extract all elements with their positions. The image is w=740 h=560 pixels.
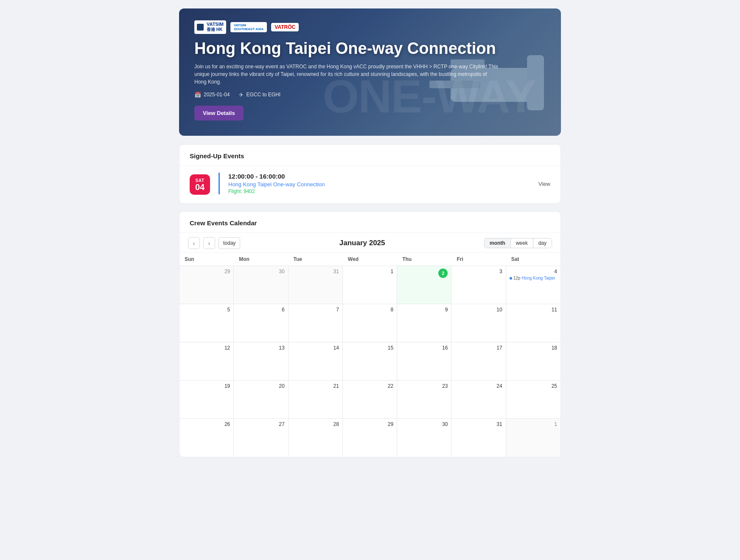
calendar-week-4: 2627282930311 [179,419,561,457]
hero-content: VATSIM香港 HK VATSIMSOUTHEAST ASIA VATRÖC … [179,8,561,136]
cal-cell-3-0[interactable]: 19 [179,381,234,418]
cal-date-num: 12 [183,345,230,351]
cal-cell-4-1[interactable]: 27 [234,419,288,457]
cal-date-num: 9 [401,307,448,313]
cal-date-num: 20 [237,383,284,389]
cal-cell-4-0[interactable]: 26 [179,419,234,457]
calendar-week-1: 567891011 [179,304,561,342]
calendar-week-2: 12131415161718 [179,342,561,381]
calendar-title: January 2025 [244,239,481,247]
cal-date-num: 15 [346,345,393,351]
calendar-view-buttons: month week day [484,238,552,248]
cal-event-dot [510,277,512,280]
cal-cell-4-2[interactable]: 28 [289,419,343,457]
cal-date-num: 29 [346,421,393,427]
cal-cell-0-2[interactable]: 31 [289,266,343,304]
today-date-num: 2 [438,269,448,278]
cal-date-num: 7 [292,307,339,313]
cal-date-num: 5 [183,307,230,313]
calendar-card: Crew Events Calendar ‹ › today January 2… [179,211,561,457]
cal-date-num: 10 [455,307,502,313]
view-details-button[interactable]: View Details [194,106,244,120]
cal-date-num: 23 [401,383,448,389]
cal-cell-1-6[interactable]: 11 [506,304,561,342]
cal-cell-3-1[interactable]: 20 [234,381,288,418]
cal-cell-2-6[interactable]: 18 [506,342,561,380]
event-day-name: Sat [196,178,205,183]
cal-date-num: 22 [346,383,393,389]
cal-cell-2-4[interactable]: 16 [397,342,451,380]
hero-logos: VATSIM香港 HK VATSIMSOUTHEAST ASIA VATRÖC [194,20,546,34]
cal-date-num: 27 [237,421,284,427]
calendar-week-0: 293031123412p Hong Kong Taipei [179,266,561,304]
cal-date-num: 30 [237,269,284,274]
hero-title: Hong Kong Taipei One-way Connection [194,40,546,58]
cal-date-num: 17 [455,345,502,351]
calendar-body: 293031123412p Hong Kong Taipei5678910111… [179,266,561,457]
cal-cell-3-4[interactable]: 23 [397,381,451,418]
cal-cell-0-3[interactable]: 1 [343,266,397,304]
event-row: Sat 04 12:00:00 - 16:00:00 Hong Kong Tai… [190,173,550,195]
cal-date-num: 29 [183,269,230,274]
cal-cell-1-3[interactable]: 8 [343,304,397,342]
calendar-nav: ‹ › today January 2025 month week day [179,233,561,253]
event-day-num: 04 [195,183,205,191]
calendar-month-view-button[interactable]: month [485,238,511,248]
event-date-badge: Sat 04 [190,174,210,195]
event-name: Hong Kong Taipei One-way Connection [228,181,538,188]
signed-up-events-body: Sat 04 12:00:00 - 16:00:00 Hong Kong Tai… [179,166,561,203]
cal-cell-2-1[interactable]: 13 [234,342,288,380]
cal-cell-3-2[interactable]: 21 [289,381,343,418]
cal-cell-1-2[interactable]: 7 [289,304,343,342]
cal-cell-1-0[interactable]: 5 [179,304,234,342]
cal-cell-0-6[interactable]: 412p Hong Kong Taipei [506,266,561,304]
cal-cell-1-5[interactable]: 10 [451,304,506,342]
hero-banner: ONE-WAY VATSIM香港 HK VATSIMSOUTHEAST ASIA… [179,8,561,136]
calendar-week-view-button[interactable]: week [511,238,533,248]
cal-header-tue: Tue [289,253,343,266]
page-wrapper: ONE-WAY VATSIM香港 HK VATSIMSOUTHEAST ASIA… [179,8,561,465]
cal-cell-0-4[interactable]: 2 [397,266,451,304]
cal-date-num: 21 [292,383,339,389]
cal-event-time: 12p [513,276,521,280]
cal-cell-3-6[interactable]: 25 [506,381,561,418]
event-view-button[interactable]: View [538,181,550,187]
cal-cell-4-5[interactable]: 31 [451,419,506,457]
vatsimhk-logo: VATSIM香港 HK [194,20,226,34]
calendar-day-view-button[interactable]: day [533,238,552,248]
signed-up-events-card: Signed-Up Events Sat 04 12:00:00 - 16:00… [179,144,561,204]
calendar-next-button[interactable]: › [203,237,215,249]
cal-cell-2-2[interactable]: 14 [289,342,343,380]
calendar-prev-button[interactable]: ‹ [188,237,200,249]
event-badge-col: Sat 04 [190,173,210,195]
cal-cell-0-1[interactable]: 30 [234,266,288,304]
cal-event[interactable]: 12p Hong Kong Taipei [510,276,557,280]
cal-cell-3-5[interactable]: 24 [451,381,506,418]
cal-date-num: 14 [292,345,339,351]
cal-cell-4-4[interactable]: 30 [397,419,451,457]
hero-description: Join us for an exciting one-way event as… [194,63,500,86]
cal-cell-2-5[interactable]: 17 [451,342,506,380]
cal-header-sun: Sun [179,253,234,266]
cal-cell-2-3[interactable]: 15 [343,342,397,380]
cal-date-num: 16 [401,345,448,351]
cal-cell-2-0[interactable]: 12 [179,342,234,380]
cal-cell-4-6[interactable]: 1 [506,419,561,457]
cal-cell-1-4[interactable]: 9 [397,304,451,342]
vatsim-sea-logo: VATSIMSOUTHEAST ASIA [230,22,267,32]
calendar-today-button[interactable]: today [219,237,240,249]
cal-date-num: 1 [510,421,557,427]
plane-icon: ✈ [239,92,244,98]
cal-cell-1-1[interactable]: 6 [234,304,288,342]
cal-cell-0-0[interactable]: 29 [179,266,234,304]
cal-date-num: 4 [510,269,557,274]
cal-cell-3-3[interactable]: 22 [343,381,397,418]
cal-date-num: 19 [183,383,230,389]
calendar-grid: Sun Mon Tue Wed Thu Fri Sat 293031123412… [179,253,561,457]
cal-date-num: 8 [346,307,393,313]
cal-date-num: 28 [292,421,339,427]
cal-event-title: Hong Kong Taipei [521,276,555,280]
cal-cell-4-3[interactable]: 29 [343,419,397,457]
cal-date-num: 30 [401,421,448,427]
cal-cell-0-5[interactable]: 3 [451,266,506,304]
